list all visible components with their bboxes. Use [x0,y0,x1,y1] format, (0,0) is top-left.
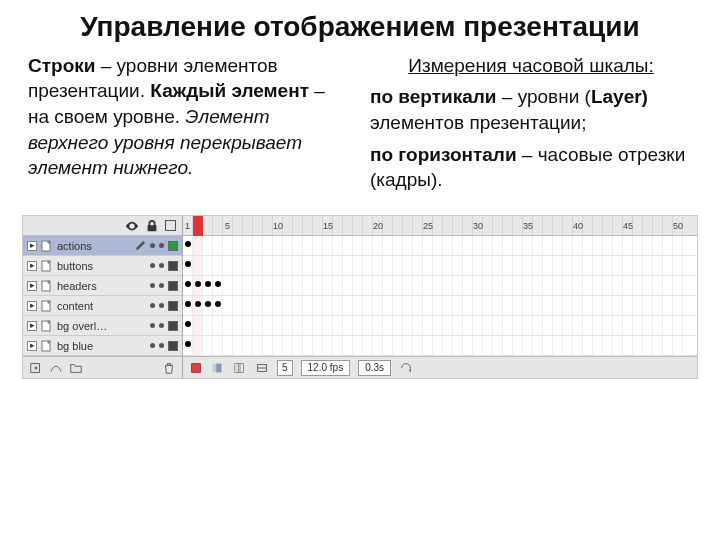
timeline-panel: 15101520253035404550 ▸actions▸buttons▸he… [22,215,698,379]
delete-layer-icon[interactable] [162,361,176,375]
layer-row-bg-overl-[interactable]: ▸bg overl… [23,316,182,336]
show-dot-icon[interactable] [150,243,155,248]
layer-name: bg blue [57,340,146,352]
center-frame-icon[interactable] [189,361,203,375]
slide-title: Управление отображением презентации [28,12,692,43]
frame-row[interactable] [183,236,697,256]
current-frame-box: 5 [277,360,293,376]
keyframe-icon[interactable] [215,301,221,307]
elapsed-time-display: 0.3s [358,360,391,376]
keyframe-icon[interactable] [205,281,211,287]
outline-color-swatch[interactable] [168,341,178,351]
svg-rect-11 [238,363,243,372]
frame-row[interactable] [183,276,697,296]
svg-rect-9 [216,363,221,372]
onion-skin-icon[interactable] [211,361,225,375]
lock-dot-icon[interactable] [159,263,164,268]
keyframe-icon[interactable] [185,261,191,267]
keyframe-icon[interactable] [215,281,221,287]
frame-row[interactable] [183,256,697,276]
expand-icon[interactable]: ▸ [27,241,37,251]
keyframe-icon[interactable] [185,241,191,247]
layer-type-icon [41,300,53,312]
keyframe-icon[interactable] [195,301,201,307]
layer-name: content [57,300,146,312]
add-motion-guide-icon[interactable] [49,361,63,375]
pencil-icon [135,240,146,251]
layer-type-icon [41,280,53,292]
fps-display: 12.0 fps [301,360,351,376]
svg-rect-7 [192,363,201,372]
show-dot-icon[interactable] [150,283,155,288]
show-dot-icon[interactable] [150,303,155,308]
layer-row-actions[interactable]: ▸actions [23,236,182,256]
layer-type-icon [41,340,53,352]
keyframe-icon[interactable] [185,341,191,347]
layer-row-content[interactable]: ▸content [23,296,182,316]
layer-type-icon [41,320,53,332]
insert-folder-icon[interactable] [69,361,83,375]
lock-dot-icon[interactable] [159,303,164,308]
keyframe-icon[interactable] [185,281,191,287]
outline-color-swatch[interactable] [168,321,178,331]
loop-icon[interactable] [399,361,413,375]
lock-dot-icon[interactable] [159,243,164,248]
layer-row-headers[interactable]: ▸headers [23,276,182,296]
outline-color-swatch[interactable] [168,261,178,271]
layer-name: headers [57,280,146,292]
lock-icon[interactable] [145,219,159,233]
layer-row-buttons[interactable]: ▸buttons [23,256,182,276]
frame-row[interactable] [183,316,697,336]
show-dot-icon[interactable] [150,323,155,328]
keyframe-icon[interactable] [195,281,201,287]
lock-dot-icon[interactable] [159,343,164,348]
layer-type-icon [41,260,53,272]
right-column: Измерения часовой шкалы: по вертикали – … [370,53,692,193]
outline-color-swatch[interactable] [168,301,178,311]
show-dot-icon[interactable] [150,263,155,268]
layer-name: actions [57,240,131,252]
keyframe-icon[interactable] [185,321,191,327]
onion-skin-outlines-icon[interactable] [233,361,247,375]
svg-rect-10 [235,363,240,372]
lock-dot-icon[interactable] [159,283,164,288]
layer-header-icons [23,216,183,235]
edit-multiple-frames-icon[interactable] [255,361,269,375]
lock-dot-icon[interactable] [159,323,164,328]
expand-icon[interactable]: ▸ [27,261,37,271]
expand-icon[interactable]: ▸ [27,301,37,311]
expand-icon[interactable]: ▸ [27,321,37,331]
outline-color-swatch[interactable] [168,281,178,291]
left-column: Строки – уровни элементов презентации. К… [28,53,350,193]
frame-row[interactable] [183,296,697,316]
layer-name: bg overl… [57,320,146,332]
show-dot-icon[interactable] [150,343,155,348]
outline-color-swatch[interactable] [168,241,178,251]
keyframe-icon[interactable] [185,301,191,307]
keyframe-icon[interactable] [205,301,211,307]
eye-icon[interactable] [125,219,139,233]
outline-toggle-icon[interactable] [165,220,176,231]
layer-name: buttons [57,260,146,272]
insert-layer-icon[interactable] [29,361,43,375]
layer-type-icon [41,240,53,252]
expand-icon[interactable]: ▸ [27,341,37,351]
frame-row[interactable] [183,336,697,356]
layer-row-bg-blue[interactable]: ▸bg blue [23,336,182,356]
expand-icon[interactable]: ▸ [27,281,37,291]
frame-ruler[interactable]: 15101520253035404550 [183,216,697,235]
